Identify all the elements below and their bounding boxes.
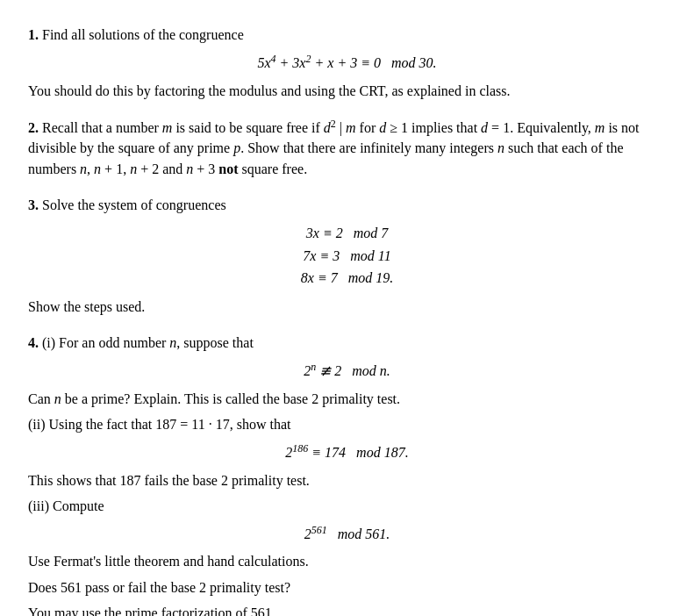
problem-4iii-footer-1: Use Fermat's little theorem and hand cal… xyxy=(28,551,666,571)
problem-4i-equation: 2n ≢ 2 mod n. xyxy=(28,360,666,382)
problem-4iii-equation: 2561 mod 561. xyxy=(28,523,666,545)
problem-4iii-footer-2: Does 561 pass or fail the base 2 primali… xyxy=(28,577,666,598)
problem-4-number: 4. xyxy=(28,335,39,350)
problem-4i-text: Can n be a prime? Explain. This is calle… xyxy=(28,389,666,409)
problem-3-system: 3x ≡ 2 mod 7 7x ≡ 3 mod 11 8x ≡ 7 mod 19… xyxy=(28,222,666,290)
congruence-line-1: 3x ≡ 2 mod 7 xyxy=(306,222,388,245)
problem-1-number: 1. xyxy=(28,27,39,42)
problem-1-body: You should do this by factoring the modu… xyxy=(28,81,666,101)
problem-4ii-intro: (ii) Using the fact that 187 = 11 · 17, … xyxy=(28,414,666,434)
problem-3-number: 3. xyxy=(28,197,39,212)
congruence-line-3: 8x ≡ 7 mod 19. xyxy=(301,267,393,290)
problem-2-number: 2. xyxy=(28,120,39,135)
problem-4ii-footer: This shows that 187 fails the base 2 pri… xyxy=(28,470,666,491)
problem-4: 4. (i) For an odd number n, suppose that… xyxy=(28,333,666,616)
problem-3-intro: 3. Solve the system of congruences xyxy=(28,195,666,215)
problem-4iii-footer-3: You may use the prime factorization of 5… xyxy=(28,603,666,616)
problem-4ii-equation: 2186 ≡ 174 mod 187. xyxy=(28,441,666,463)
problem-2-body: 2. Recall that a number m is said to be … xyxy=(28,117,666,179)
problem-2: 2. Recall that a number m is said to be … xyxy=(28,117,666,179)
congruence-line-2: 7x ≡ 3 mod 11 xyxy=(303,245,390,268)
problem-3: 3. Solve the system of congruences 3x ≡ … xyxy=(28,195,666,317)
problem-4iii-intro: (iii) Compute xyxy=(28,496,666,516)
problem-1-header: 1. Find all solutions of the congruence xyxy=(28,25,666,45)
problem-1-intro: Find all solutions of the congruence xyxy=(42,27,244,42)
problem-4-header: 4. (i) For an odd number n, suppose that xyxy=(28,333,666,353)
problem-3-footer: Show the steps used. xyxy=(28,297,666,317)
problem-1: 1. Find all solutions of the congruence … xyxy=(28,25,666,101)
problem-1-equation: 5x4 + 3x2 + x + 3 ≡ 0 mod 30. xyxy=(28,52,666,74)
